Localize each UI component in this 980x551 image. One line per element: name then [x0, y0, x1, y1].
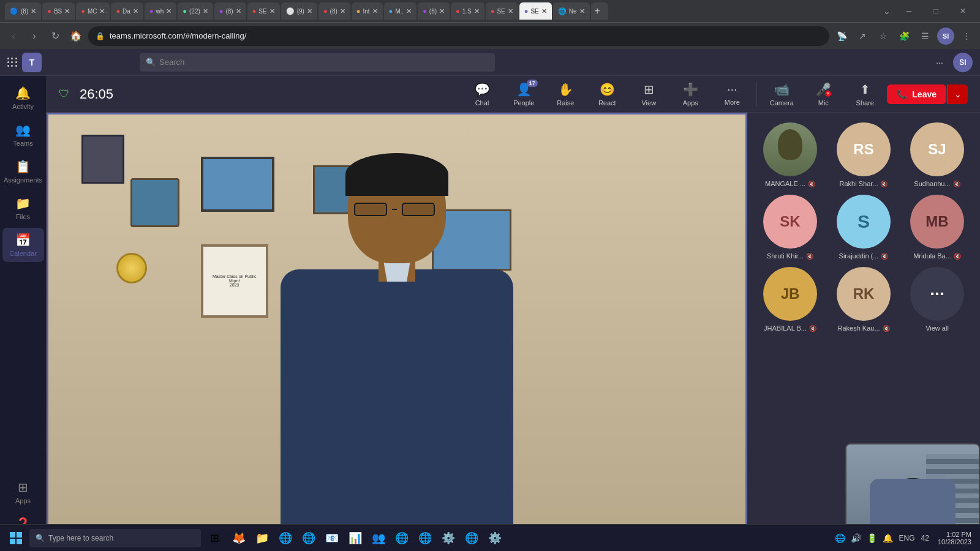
tab-13[interactable]: ●(8)✕: [418, 2, 450, 20]
tab-2[interactable]: ●BS✕: [42, 2, 75, 20]
taskbar-outlook[interactable]: 📧: [321, 527, 343, 549]
tab-12[interactable]: ●M..✕: [384, 2, 417, 20]
tab-scroll-btn[interactable]: ⌄: [880, 4, 894, 18]
chat-ctrl-btn[interactable]: 💬 Chat: [462, 77, 502, 111]
taskbar-browser2[interactable]: 🌐: [414, 527, 436, 549]
extensions-btn[interactable]: 🧩: [895, 28, 913, 45]
profile-btn[interactable]: SI: [937, 28, 954, 45]
tab-close[interactable]: ✕: [99, 7, 105, 15]
volume-icon[interactable]: 🔊: [849, 531, 864, 545]
new-tab-btn[interactable]: +: [591, 2, 608, 20]
react-ctrl-btn[interactable]: 😊 React: [587, 77, 627, 111]
bookmark-btn[interactable]: ☆: [875, 28, 892, 45]
sidebar-item-calendar[interactable]: 📅 Calendar: [2, 228, 44, 262]
tab-close[interactable]: ✕: [508, 7, 513, 15]
reload-btn[interactable]: ↻: [47, 28, 64, 45]
tab-close[interactable]: ✕: [307, 7, 312, 15]
app-search-bar[interactable]: 🔍 Search: [140, 53, 495, 72]
taskbar-settings1[interactable]: ⚙️: [437, 527, 459, 549]
tab-close[interactable]: ✕: [372, 7, 378, 15]
view-all-card[interactable]: ··· View all: [904, 267, 970, 332]
view-ctrl-btn[interactable]: ⊞ View: [629, 77, 668, 111]
mic-icon: 🎤✕: [816, 82, 831, 97]
view-all-label[interactable]: View all: [925, 324, 949, 332]
tab-11[interactable]: ●Int✕: [352, 2, 383, 20]
sidebar-item-activity[interactable]: 🔔 Activity: [2, 81, 44, 115]
tab-4[interactable]: ●Da✕: [111, 2, 143, 20]
tab-close[interactable]: ✕: [340, 7, 345, 15]
notification-icon[interactable]: 🔔: [881, 531, 895, 545]
tab-10[interactable]: ●(8)✕: [318, 2, 350, 20]
more-options-btn[interactable]: ···: [931, 54, 948, 71]
taskbar-settings2[interactable]: ⚙️: [484, 527, 506, 549]
tab-close[interactable]: ✕: [31, 7, 36, 15]
tab-close[interactable]: ✕: [439, 7, 445, 15]
sidebar-item-apps[interactable]: ⊞ Apps: [2, 475, 44, 509]
home-btn[interactable]: 🏠: [67, 28, 85, 45]
address-bar[interactable]: 🔒 teams.microsoft.com/#/modern-calling/: [88, 26, 829, 46]
files-label: Files: [16, 213, 30, 220]
apps-grid-icon[interactable]: [7, 58, 17, 67]
calendar-label: Calendar: [9, 250, 37, 257]
maximize-btn[interactable]: □: [924, 2, 948, 20]
mic-ctrl-btn[interactable]: 🎤✕ Mic: [804, 77, 843, 111]
taskbar-search[interactable]: 🔍 Type here to search: [29, 529, 201, 547]
browser-tabs-bar: 🔵(8)✕ ●BS✕ ●MC✕ ●Da✕ ●wh✕ ●(22)✕ ●(8)✕ ●…: [0, 0, 980, 22]
system-clock[interactable]: 1:02 PM 10/28/2023: [934, 531, 975, 545]
tab-close[interactable]: ✕: [203, 7, 208, 15]
settings-btn[interactable]: ⋮: [958, 28, 975, 45]
taskbar-browser3[interactable]: 🌐: [461, 527, 483, 549]
tab-close[interactable]: ✕: [406, 7, 412, 15]
tab-16-active[interactable]: ●SE✕: [519, 2, 552, 20]
camera-ctrl-btn[interactable]: 📹 Camera: [762, 77, 801, 111]
task-view-btn[interactable]: ⊞: [203, 527, 225, 549]
more-ctrl-btn[interactable]: ··· More: [712, 77, 752, 111]
tab-close[interactable]: ✕: [133, 7, 138, 15]
tab-close[interactable]: ✕: [166, 7, 172, 15]
taskbar-teams[interactable]: 👥: [368, 527, 390, 549]
tab-1[interactable]: 🔵(8)✕: [5, 2, 41, 20]
close-btn[interactable]: ✕: [951, 2, 975, 20]
tab-9[interactable]: ⚪(9)✕: [281, 2, 317, 20]
tab-close[interactable]: ✕: [541, 7, 547, 15]
taskbar-chrome[interactable]: 🌐: [274, 527, 296, 549]
leave-dropdown-btn[interactable]: ⌄: [948, 84, 968, 104]
apps-ctrl-btn[interactable]: ➕ Apps: [671, 77, 710, 111]
tab-7[interactable]: ●(8)✕: [214, 2, 246, 20]
raise-ctrl-btn[interactable]: ✋ Raise: [546, 77, 585, 111]
tab-14[interactable]: ●1 S✕: [451, 2, 484, 20]
tab-close[interactable]: ✕: [270, 7, 275, 15]
tab-close[interactable]: ✕: [64, 7, 70, 15]
tab-3[interactable]: ●MC✕: [76, 2, 110, 20]
taskbar-browser1[interactable]: 🌐: [391, 527, 413, 549]
people-ctrl-btn[interactable]: 👤 17 People: [504, 77, 543, 111]
back-btn[interactable]: ‹: [5, 28, 22, 45]
tab-close[interactable]: ✕: [579, 7, 585, 15]
network-icon[interactable]: 🌐: [833, 531, 848, 545]
sidebar-item-files[interactable]: 📁 Files: [2, 191, 44, 225]
minimize-btn[interactable]: ─: [897, 2, 921, 20]
taskbar-excel[interactable]: 📊: [344, 527, 366, 549]
tab-5[interactable]: ●wh✕: [145, 2, 176, 20]
taskbar-explorer[interactable]: 📁: [251, 527, 273, 549]
forward-btn[interactable]: ›: [26, 28, 43, 45]
taskbar-firefox[interactable]: 🦊: [228, 527, 250, 549]
tab-6[interactable]: ●(22)✕: [178, 2, 213, 20]
tab-close[interactable]: ✕: [236, 7, 241, 15]
leave-btn[interactable]: 📞 Leave: [887, 84, 946, 104]
start-btn[interactable]: [5, 527, 27, 549]
share-btn[interactable]: ↗: [854, 28, 871, 45]
tab-close[interactable]: ✕: [474, 7, 480, 15]
view-all-avatar[interactable]: ···: [910, 267, 964, 321]
share-ctrl-btn[interactable]: ⬆ Share: [845, 77, 884, 111]
cast-btn[interactable]: 📡: [833, 28, 850, 45]
tab-17[interactable]: 🌐Ne✕: [553, 2, 590, 20]
sidebar-toggle-btn[interactable]: ☰: [916, 28, 933, 45]
sidebar-item-assignments[interactable]: 📋 Assignments: [2, 154, 44, 189]
user-avatar-btn[interactable]: SI: [953, 53, 973, 72]
sidebar-item-teams[interactable]: 👥 Teams: [2, 118, 44, 152]
tab-8[interactable]: ●SE✕: [247, 2, 280, 20]
tab-15[interactable]: ●SE✕: [486, 2, 518, 20]
battery-icon[interactable]: 🔋: [865, 531, 880, 545]
taskbar-edge[interactable]: 🌐: [298, 527, 320, 549]
